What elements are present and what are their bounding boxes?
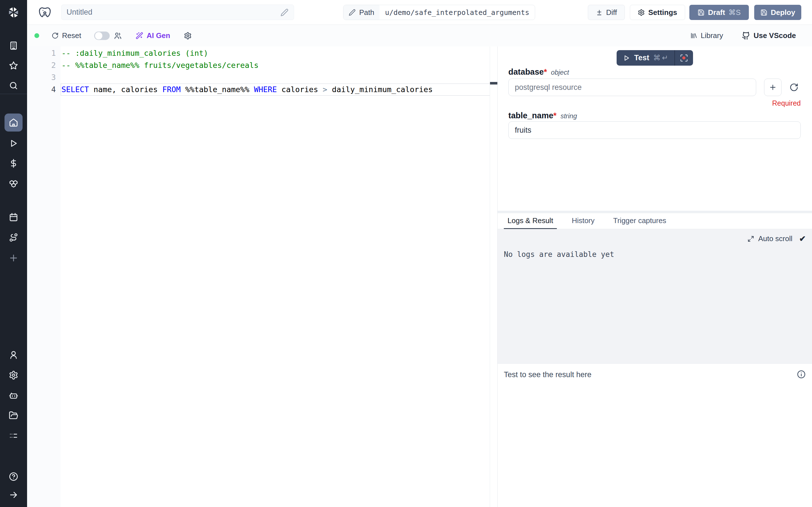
table-name-input[interactable] [508, 121, 801, 139]
code-lines[interactable]: -- :daily_minimum_calories (int)-- %%tab… [61, 47, 490, 507]
calendar-icon [9, 212, 18, 222]
sidebar-item-workers[interactable] [7, 389, 20, 402]
edit-title-pencil-icon[interactable] [280, 8, 289, 17]
cmd-key-icon: ⌘ [653, 54, 661, 62]
editor-overview-ruler[interactable] [490, 47, 497, 507]
maximize-icon[interactable] [748, 235, 754, 242]
edit-path-pencil-icon [349, 9, 356, 16]
tab-trigger-captures[interactable]: Trigger captures [610, 213, 670, 229]
ai-gen-label: AI Gen [147, 31, 170, 40]
gear-icon [184, 32, 192, 40]
diff-button[interactable]: Diff [588, 5, 625, 20]
sidebar-item-triggers[interactable] [7, 231, 20, 244]
code-token-plain: calories [277, 85, 323, 94]
star-icon [9, 61, 18, 70]
logs-panel: Auto scroll ✔ No logs are available yet [498, 230, 812, 363]
folder-open-icon [9, 411, 18, 420]
refresh-icon [790, 83, 799, 92]
draft-shortcut: ⌘S [728, 8, 741, 17]
code-token-comment: -- :daily_minimum_calories (int) [61, 49, 208, 57]
test-row: Test ⌘ ↵ [498, 50, 812, 66]
home-icon [9, 118, 18, 127]
code-token-plain: name, calories [89, 85, 162, 94]
settings-label: Settings [648, 8, 677, 17]
path-label: Path [359, 8, 374, 17]
logs-empty-message: No logs are available yet [504, 250, 812, 259]
sidebar-item-workspace[interactable] [7, 40, 20, 52]
path-value[interactable]: u/demo/safe_interpolated_arguments [379, 5, 535, 20]
sidebar-item-variables[interactable] [7, 157, 20, 170]
path-label-segment[interactable]: Path [343, 5, 379, 20]
arrow-right-icon [9, 490, 18, 500]
sidebar-item-home[interactable] [4, 114, 22, 131]
diff-icon [596, 9, 603, 16]
tab-logs-result[interactable]: Logs & Result [504, 213, 557, 229]
boxes-icon [9, 179, 18, 188]
add-resource-button[interactable] [764, 78, 781, 96]
route-icon [9, 233, 18, 242]
draft-button[interactable]: Draft ⌘S [689, 5, 749, 20]
ai-gen-button[interactable]: AI Gen [136, 31, 170, 40]
code-line[interactable]: -- %%table_name%% fruits/vegetables/cere… [61, 59, 490, 71]
postgresql-icon [38, 6, 51, 19]
auto-scroll-row: Auto scroll ✔ [498, 230, 812, 243]
refresh-resources-button[interactable] [790, 82, 801, 93]
library-button[interactable]: Library [690, 31, 723, 40]
field-name: table_name [508, 111, 553, 120]
database-field-row [508, 78, 801, 96]
use-vscode-button[interactable]: Use VScode [742, 31, 796, 40]
magic-wand-icon [136, 32, 143, 40]
sidebar-item-settings[interactable] [7, 369, 20, 381]
result-placeholder: Test to see the result here [504, 371, 592, 379]
sidebar-item-help[interactable] [7, 470, 20, 483]
tab-history[interactable]: History [568, 213, 598, 229]
sidebar-item-add[interactable] [7, 252, 20, 264]
code-line[interactable]: -- :daily_minimum_calories (int) [61, 47, 490, 59]
database-input[interactable] [508, 78, 756, 96]
code-editor[interactable]: 1234 -- :daily_minimum_calories (int)-- … [27, 47, 497, 507]
info-icon[interactable] [797, 370, 806, 379]
code-token-keyword: SELECT [61, 85, 89, 94]
panel-splitter[interactable] [498, 211, 812, 213]
sidebar-item-search[interactable] [7, 79, 20, 92]
required-note: Required [772, 99, 801, 107]
sidebar-item-account[interactable] [7, 349, 20, 361]
field-name: database [508, 67, 544, 76]
sidebar-item-schedules[interactable] [7, 211, 20, 223]
code-line[interactable] [61, 71, 490, 83]
multiplayer-toggle[interactable] [94, 32, 110, 40]
line-number: 3 [27, 71, 61, 83]
required-star: * [544, 67, 547, 76]
app-root: Untitled Path u/demo/safe_interpolated_a… [0, 0, 812, 507]
sidebar-item-audit-logs[interactable] [7, 430, 20, 442]
line-number: 2 [27, 59, 61, 71]
library-icon [690, 32, 697, 39]
script-title: Untitled [66, 8, 280, 17]
editor-settings-button[interactable] [184, 32, 192, 40]
auto-scroll-checkbox[interactable]: ✔ [799, 234, 806, 243]
sidebar-item-runs[interactable] [7, 137, 20, 150]
reset-button[interactable]: Reset [52, 31, 81, 40]
sidebar-item-resources[interactable] [7, 177, 20, 190]
github-icon [742, 32, 750, 40]
code-line[interactable]: SELECT name, calories FROM %%table_name%… [61, 83, 490, 96]
search-icon [9, 81, 18, 91]
script-title-field[interactable]: Untitled [61, 4, 294, 20]
deploy-button[interactable]: Deploy [754, 5, 801, 20]
sidebar-item-folders[interactable] [7, 409, 20, 421]
settings-button[interactable]: Settings [630, 5, 685, 20]
toolbar-right-group: Library Use VScode [690, 25, 796, 47]
capture-test-button[interactable] [675, 50, 693, 66]
list-icon [9, 431, 18, 441]
table-name-field-row [508, 121, 801, 139]
sidebar-item-favorites[interactable] [7, 59, 20, 72]
test-button[interactable]: Test ⌘ ↵ [617, 50, 674, 66]
overview-cursor-marker [490, 82, 497, 84]
windmill-logo-icon[interactable] [6, 5, 21, 20]
settings-gear-icon [638, 9, 645, 16]
robot-icon [9, 391, 18, 400]
sidebar-collapse-button[interactable] [7, 489, 20, 501]
path-field[interactable]: Path u/demo/safe_interpolated_arguments [343, 5, 535, 20]
line-number: 1 [27, 47, 61, 59]
sidebar [0, 0, 27, 507]
